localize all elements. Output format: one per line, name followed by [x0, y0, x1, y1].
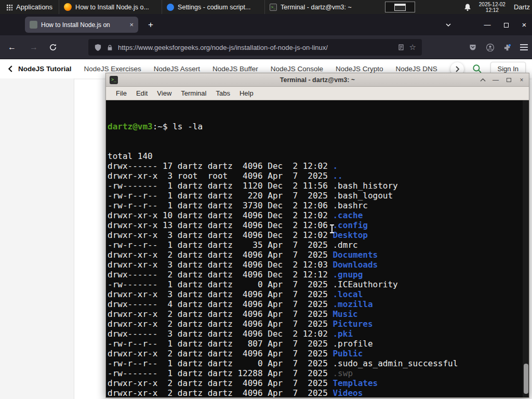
menu-edit[interactable]: Edit [131, 89, 152, 97]
terminal-icon: >_ [270, 4, 277, 11]
terminal-line: -rw------- 1 dartz dartz 0 Apr 7 2025 .I… [108, 280, 528, 289]
terminal-scrollbar[interactable] [523, 100, 529, 397]
prompt-user-host: dartz@vm3 [108, 122, 153, 131]
back-button[interactable]: ← [5, 43, 19, 52]
window-maximize-button[interactable] [499, 19, 513, 31]
file-name: . [332, 161, 338, 171]
menu-file[interactable]: File [111, 89, 131, 97]
account-icon[interactable] [486, 43, 495, 52]
file-name: .mozilla [332, 299, 373, 309]
clock[interactable]: 2025-12-02 12:12 [479, 2, 506, 13]
clock-date: 2025-12-02 [479, 2, 506, 7]
terminal-minimize-button[interactable]: — [491, 76, 500, 84]
file-name: .sudo_as_admin_successful [332, 358, 458, 368]
terminal-line: -rw-r--r-- 1 dartz dartz 807 Apr 7 2025 … [108, 339, 528, 349]
scrollbar-thumb[interactable] [524, 364, 528, 394]
terminal-line: -rw------- 1 dartz dartz 12288 Apr 7 202… [108, 368, 528, 378]
site-nav-link-nodejs-tutorial[interactable]: NodeJS Tutorial [18, 65, 72, 73]
user-menu[interactable]: Dartz [514, 3, 532, 11]
toolbar-right-icons [469, 35, 528, 59]
pocket-icon[interactable] [469, 43, 477, 51]
file-name: Templates [332, 378, 378, 388]
prompt-separator: :~$ [153, 122, 173, 131]
site-nav-link[interactable]: NodeJS Buffer [212, 65, 258, 73]
taskbar-window-terminal[interactable]: >_ Terminal - dartz@vm3: ~ [264, 0, 367, 14]
window-close-button[interactable]: × [517, 19, 531, 31]
site-nav-link[interactable]: NodeJS Assert [154, 65, 200, 73]
file-name: Music [332, 309, 357, 319]
terminal-title: Terminal - dartz@vm3: ~ [106, 76, 529, 84]
clock-time: 12:12 [479, 7, 506, 13]
terminal-output[interactable]: dartz@vm3:~$ ls -la total 140drwx------ … [106, 100, 529, 397]
file-name: Public [332, 349, 363, 358]
taskbar-window-firefox[interactable]: How to Install Node.js o... [59, 0, 162, 14]
file-name: Videos [332, 388, 363, 397]
reload-button[interactable] [49, 43, 62, 51]
terminal-command: ls -la [172, 122, 203, 131]
tab-title: How to Install Node.js on [41, 21, 126, 29]
terminal-line: total 140 [108, 151, 528, 161]
file-name: Desktop [332, 230, 367, 240]
tracking-shield-icon[interactable] [94, 44, 102, 51]
bookmark-star-icon[interactable]: ☆ [409, 43, 416, 52]
file-name: .cache [332, 210, 363, 220]
terminal-line: drwxr-xr-x 13 dartz dartz 4096 Dec 2 12:… [108, 220, 528, 230]
taskbar-window-codium[interactable]: Settings - codium script... [162, 0, 264, 14]
lock-icon[interactable] [107, 44, 113, 51]
window-minimize-button[interactable]: — [481, 19, 494, 31]
menu-help[interactable]: Help [235, 89, 258, 97]
page-sidebar-area [0, 78, 74, 399]
terminal-titlebar[interactable]: >_ Terminal - dartz@vm3: ~ — × [106, 73, 529, 87]
file-name: .. [332, 171, 342, 181]
file-name: .swp [332, 368, 353, 378]
site-nav-link[interactable]: NodeJS Console [271, 65, 323, 73]
applications-menu[interactable]: Applications [0, 0, 59, 14]
terminal-close-button[interactable]: × [517, 76, 526, 84]
menu-view[interactable]: View [152, 89, 176, 97]
terminal-line: drwxr-xr-x 2 dartz dartz 4096 Apr 7 2025… [108, 309, 528, 319]
list-tabs-icon[interactable] [443, 20, 454, 30]
url-text[interactable]: https://www.geeksforgeeks.org/node-js/in… [118, 44, 393, 51]
terminal-window: >_ Terminal - dartz@vm3: ~ — × File Edit… [105, 73, 529, 398]
terminal-line: drwx------ 2 dartz dartz 4096 Dec 2 12:1… [108, 270, 528, 280]
url-bar[interactable]: https://www.geeksforgeeks.org/node-js/in… [88, 39, 422, 56]
site-nav-link[interactable]: NodeJS Crypto [336, 65, 383, 73]
file-name: Downloads [332, 260, 378, 270]
browser-tab[interactable]: How to Install Node.js on × [25, 17, 138, 33]
site-nav-link[interactable]: NodeJS DNS [396, 65, 437, 73]
workspace-window-icon [394, 4, 406, 11]
file-name: .config [332, 220, 367, 230]
terminal-line: drwxr-xr-x 2 dartz dartz 4096 Apr 7 2025… [108, 378, 528, 388]
file-name: .bash_logout [332, 191, 393, 201]
terminal-line: -rw-r--r-- 1 dartz dartz 0 Apr 7 2025 .s… [108, 358, 528, 368]
new-tab-button[interactable]: + [144, 19, 157, 31]
browser-toolbar: ← → https://www.geeksforgeeks.org/node-j… [0, 35, 532, 59]
menu-icon[interactable] [520, 47, 528, 48]
forward-button[interactable]: → [27, 43, 41, 52]
terminal-maximize-button[interactable] [504, 76, 513, 84]
maximize-icon [504, 23, 509, 28]
firefox-icon [64, 3, 72, 11]
nav-buttons: ← → [5, 35, 62, 59]
workspace-switcher[interactable] [385, 2, 415, 12]
reader-view-icon[interactable] [397, 44, 405, 51]
terminal-line: -rw-r--r-- 1 dartz dartz 3730 Dec 2 12:0… [108, 201, 528, 210]
terminal-shade-button[interactable] [478, 76, 487, 84]
nav-scroll-left-icon[interactable] [7, 65, 13, 72]
notification-bell-icon[interactable] [463, 3, 472, 11]
tab-close-icon[interactable]: × [129, 21, 134, 28]
extensions-icon[interactable] [503, 44, 511, 51]
applications-grid-icon [6, 4, 12, 10]
site-nav-link[interactable]: NodeJS Exercises [84, 65, 141, 73]
menu-tabs[interactable]: Tabs [211, 89, 234, 97]
maximize-icon [507, 78, 511, 82]
terminal-line: drwxr-xr-x 10 dartz dartz 4096 Dec 2 12:… [108, 210, 528, 220]
menu-terminal[interactable]: Terminal [176, 89, 211, 97]
top-panel: Applications How to Install Node.js o...… [0, 0, 532, 14]
terminal-menubar: File Edit View Terminal Tabs Help [106, 87, 529, 100]
terminal-line: drwxr-xr-x 2 dartz dartz 4096 Apr 7 2025… [108, 250, 528, 260]
site-favicon [30, 21, 37, 29]
file-name: .pki [332, 329, 353, 339]
taskbar-window-label: Terminal - dartz@vm3: ~ [281, 4, 352, 11]
file-name: Documents [332, 250, 378, 260]
